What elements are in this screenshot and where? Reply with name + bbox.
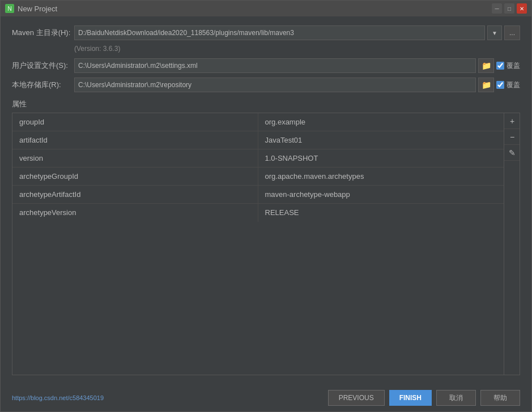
local-repo-folder-button[interactable]: 📁 <box>478 78 494 92</box>
prop-key: artifactId <box>12 131 258 149</box>
maven-home-label: Maven 主目录(H): <box>12 28 74 38</box>
user-settings-input[interactable] <box>74 58 476 73</box>
maven-home-input[interactable] <box>74 25 485 40</box>
help-button[interactable]: 帮助 <box>480 390 520 406</box>
add-property-button[interactable]: + <box>504 113 520 129</box>
prop-value: JavaTest01 <box>258 131 504 149</box>
user-settings-field-container: 📁 覆盖 <box>74 58 520 73</box>
footer: https://blog.csdn.net/c584345019 PREVIOU… <box>1 384 531 411</box>
local-repo-input[interactable] <box>74 78 476 92</box>
maven-version-text: (Version: 3.6.3) <box>74 45 520 53</box>
prop-key: groupId <box>12 113 258 131</box>
table-row: artifactId JavaTest01 <box>12 131 504 149</box>
prop-key: archetypeGroupId <box>12 168 258 185</box>
user-settings-checkbox[interactable] <box>496 62 504 70</box>
finish-button[interactable]: FINISH <box>389 390 432 406</box>
minimize-button[interactable]: ─ <box>492 3 502 14</box>
local-repo-field-container: 📁 覆盖 <box>74 78 520 92</box>
maximize-button[interactable]: □ <box>504 3 514 14</box>
maven-home-dots-button[interactable]: ... <box>504 25 520 40</box>
footer-url: https://blog.csdn.net/c584345019 <box>12 394 324 401</box>
title-bar-left: N New Project <box>5 4 57 13</box>
cancel-button[interactable]: 取消 <box>436 390 476 406</box>
table-row: archetypeGroupId org.apache.maven.archet… <box>12 168 504 186</box>
prop-key: archetypeVersion <box>12 204 258 222</box>
content-area: Maven 主目录(H): ▼ ... (Version: 3.6.3) 用户设… <box>1 16 531 384</box>
user-settings-override-label: 覆盖 <box>507 61 520 71</box>
user-settings-label: 用户设置文件(S): <box>12 61 74 71</box>
previous-button[interactable]: PREVIOUS <box>328 390 385 406</box>
prop-value: org.apache.maven.archetypes <box>258 168 504 185</box>
maven-home-row: Maven 主目录(H): ▼ ... <box>12 25 520 40</box>
prop-value: org.example <box>258 113 504 131</box>
prop-value: 1.0-SNAPSHOT <box>258 149 504 167</box>
remove-property-button[interactable]: − <box>504 129 520 145</box>
user-settings-folder-button[interactable]: 📁 <box>478 58 494 73</box>
local-repo-row: 本地存储库(R): 📁 覆盖 <box>12 78 520 92</box>
properties-container: groupId org.example artifactId JavaTest0… <box>12 113 520 375</box>
edit-property-button[interactable]: ✎ <box>504 145 520 161</box>
prop-key: version <box>12 149 258 167</box>
table-row: archetypeVersion RELEASE <box>12 204 504 222</box>
local-repo-label: 本地存储库(R): <box>12 80 74 90</box>
prop-value: maven-archetype-webapp <box>258 186 504 203</box>
new-project-window: N New Project ─ □ ✕ Maven 主目录(H): ▼ ... … <box>0 0 532 412</box>
table-row: archetypeArtifactId maven-archetype-weba… <box>12 186 504 204</box>
app-icon: N <box>5 4 14 13</box>
title-bar-controls: ─ □ ✕ <box>492 3 527 14</box>
section-title: 属性 <box>12 99 520 109</box>
maven-home-dropdown[interactable]: ▼ <box>487 25 502 40</box>
user-settings-row: 用户设置文件(S): 📁 覆盖 <box>12 58 520 73</box>
local-repo-override-label: 覆盖 <box>507 80 520 90</box>
maven-home-field-container: ▼ ... <box>74 25 520 40</box>
user-settings-override: 覆盖 <box>496 61 520 71</box>
close-button[interactable]: ✕ <box>517 3 527 14</box>
properties-table: groupId org.example artifactId JavaTest0… <box>12 113 504 375</box>
properties-actions: + − ✎ <box>504 113 520 375</box>
table-row: version 1.0-SNAPSHOT <box>12 149 504 168</box>
local-repo-override: 覆盖 <box>496 80 520 90</box>
prop-key: archetypeArtifactId <box>12 186 258 203</box>
table-row: groupId org.example <box>12 113 504 131</box>
window-title: New Project <box>18 5 57 13</box>
local-repo-checkbox[interactable] <box>496 81 504 89</box>
prop-value: RELEASE <box>258 204 504 222</box>
title-bar: N New Project ─ □ ✕ <box>1 1 531 16</box>
